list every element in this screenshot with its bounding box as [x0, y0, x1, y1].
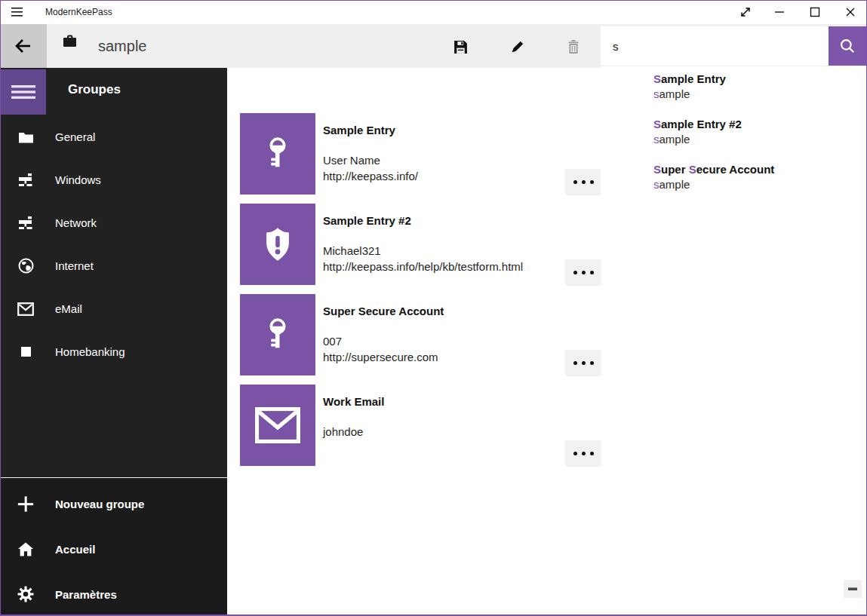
- key-icon: [254, 130, 301, 177]
- entry-url: http://keepass.info/: [323, 170, 418, 182]
- minus-icon: [848, 587, 857, 590]
- sidebar-item-label: Internet: [55, 259, 94, 272]
- suggestion-title: Sample Entry #2: [653, 118, 857, 130]
- back-arrow-icon: [14, 38, 32, 54]
- more-button[interactable]: [565, 169, 601, 195]
- sidebar-item-label: Nouveau groupe: [55, 498, 144, 510]
- entry-username: Michael321: [323, 244, 381, 257]
- sidebar-item-internet[interactable]: Internet: [1, 244, 227, 287]
- groups-heading: Groupes: [68, 82, 121, 97]
- entry-title: Super Secure Account: [323, 305, 444, 317]
- folder-icon: [17, 130, 34, 144]
- entry-row-sample-entry[interactable]: Sample Entry User Name http://keepass.in…: [240, 113, 602, 195]
- close-button[interactable]: [833, 0, 867, 24]
- sidebar-item-general[interactable]: General: [1, 115, 227, 158]
- edit-button[interactable]: [503, 32, 533, 62]
- sidebar-item-settings[interactable]: Paramètres: [1, 572, 227, 616]
- sidebar-item-label: eMail: [55, 302, 82, 315]
- sidebar-item-label: Paramètres: [55, 588, 117, 601]
- trash-icon: [566, 39, 581, 54]
- sidebar-item-label: Network: [55, 216, 97, 229]
- save-icon: [453, 39, 469, 55]
- titlebar: ModernKeePass: [0, 0, 867, 24]
- suggestion-subtitle: sample: [653, 178, 857, 191]
- back-button[interactable]: [0, 24, 47, 68]
- delete-button[interactable]: [558, 32, 589, 62]
- sidebar-item-network[interactable]: Network: [1, 201, 227, 244]
- ellipsis-icon: [573, 271, 577, 274]
- entry-title: Sample Entry #2: [323, 214, 411, 227]
- database-title: sample: [98, 24, 146, 68]
- system-menu-icon[interactable]: [11, 6, 26, 18]
- sidebar-item-label: Accueil: [55, 543, 95, 556]
- more-button[interactable]: [565, 440, 601, 467]
- sidebar-item-label: General: [55, 130, 95, 143]
- gear-icon: [17, 586, 34, 602]
- sidebar-separator: [1, 477, 227, 478]
- pencil-icon: [510, 39, 525, 54]
- sidebar-item-homebanking[interactable]: Homebanking: [1, 330, 227, 373]
- suggestion-item[interactable]: Sample Entry #2 sample: [653, 118, 857, 157]
- globe-icon: [17, 258, 34, 274]
- entry-row-super-secure-account[interactable]: Super Secure Account 007 http://supersec…: [240, 294, 602, 375]
- entry-tile: [240, 113, 315, 195]
- suggestion-item[interactable]: Super Secure Account sample: [653, 163, 857, 202]
- sidebar-item-home[interactable]: Accueil: [1, 526, 227, 572]
- entry-row-sample-entry-2[interactable]: Sample Entry #2 Michael321 http://keepas…: [240, 204, 602, 285]
- search-suggestions-popup: Sample Entry sample Sample Entry #2 samp…: [601, 66, 866, 213]
- sidebar-item-windows[interactable]: Windows: [1, 158, 227, 201]
- entry-title: Work Email: [323, 395, 384, 408]
- entry-url: http://keepass.info/help/kb/testform.htm…: [323, 260, 523, 273]
- suggestion-subtitle: sample: [653, 87, 857, 100]
- sidebar-item-label: Homebanking: [55, 345, 125, 358]
- suggestion-subtitle: sample: [653, 133, 857, 146]
- hamburger-icon: [11, 84, 36, 100]
- ellipsis-icon: [573, 180, 577, 184]
- suggestion-item[interactable]: Sample Entry sample: [653, 72, 857, 112]
- ellipsis-icon: [573, 452, 577, 455]
- ellipsis-icon: [573, 361, 577, 365]
- sidebar-item-label: Windows: [55, 173, 101, 186]
- minimize-button[interactable]: [762, 0, 796, 24]
- more-button[interactable]: [565, 350, 601, 376]
- entry-username: johndoe: [323, 425, 363, 438]
- database-briefcase-icon: [63, 35, 77, 48]
- zoom-out-button[interactable]: [844, 580, 862, 598]
- entry-url: http://supersecure.com: [323, 351, 438, 363]
- envelope-icon: [255, 407, 300, 443]
- entry-username: 007: [323, 335, 342, 348]
- network-icon: [17, 173, 34, 187]
- sidebar-item-email[interactable]: eMail: [1, 287, 227, 330]
- shield-exclamation-icon: [254, 221, 301, 268]
- search-icon: [839, 38, 856, 54]
- maximize-button[interactable]: [798, 0, 832, 24]
- save-button[interactable]: [445, 32, 475, 62]
- square-icon: [17, 346, 34, 357]
- plus-icon: [17, 495, 34, 513]
- more-button[interactable]: [565, 259, 601, 286]
- entry-tile: [240, 204, 315, 285]
- home-icon: [17, 541, 34, 557]
- sidebar-item-new-group[interactable]: Nouveau groupe: [1, 481, 227, 526]
- network-icon: [17, 216, 34, 230]
- search-input[interactable]: [601, 26, 829, 66]
- search-button[interactable]: [829, 26, 866, 66]
- entry-title: Sample Entry: [323, 124, 395, 136]
- window-title: ModernKeePass: [45, 0, 112, 24]
- envelope-icon: [17, 302, 34, 316]
- suggestion-title: Super Secure Account: [653, 163, 857, 176]
- entry-tile: [240, 294, 315, 375]
- key-icon: [254, 311, 301, 358]
- hamburger-menu-button[interactable]: [1, 69, 46, 115]
- entry-username: User Name: [323, 154, 380, 167]
- entry-row-work-email[interactable]: Work Email johndoe: [240, 385, 602, 466]
- entry-tile: [240, 385, 315, 466]
- suggestion-title: Sample Entry: [653, 72, 857, 85]
- fullscreen-button[interactable]: [728, 0, 762, 24]
